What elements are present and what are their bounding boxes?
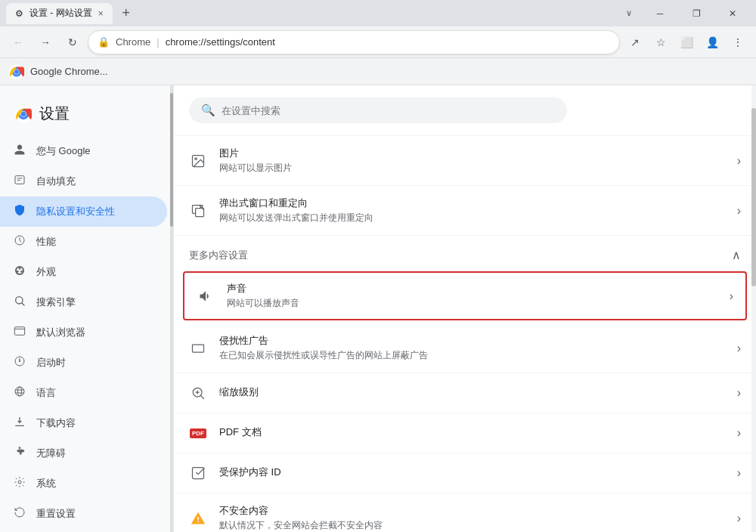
sidebar-item-reset[interactable]: 重置设置 [0, 499, 167, 529]
sound-icon [197, 287, 215, 305]
settings-heading-text: 设置 [39, 104, 70, 124]
svg-line-16 [22, 303, 24, 305]
sidebar-google-label: 您与 Google [36, 144, 91, 158]
sidebar-item-privacy[interactable]: 隐私设置和安全性 [0, 196, 167, 227]
sidebar-language-label: 语言 [36, 386, 56, 400]
sidebar-autofill-label: 自动填充 [36, 175, 76, 188]
sidebar-search-label: 搜索引擎 [36, 295, 76, 309]
content-body: 图片 网站可以显示图片 › 弹出式窗口和重定向 网站可以发送弹出式窗口并使用重定… [174, 136, 756, 532]
sidebar-startup-label: 启动时 [36, 356, 66, 370]
content-scrollbar-thumb [751, 108, 756, 286]
sidebar-performance-label: 性能 [36, 235, 56, 249]
sidebar-item-browser[interactable]: 默认浏览器 [0, 317, 167, 348]
tab-close-icon[interactable]: × [98, 8, 104, 19]
content-scrollbar[interactable] [751, 85, 756, 532]
tab-settings[interactable]: ⚙ 设置 - 网站设置 × [6, 3, 113, 24]
content-item-pdf[interactable]: PDF PDF 文档 › [174, 413, 756, 453]
section-collapse-toggle[interactable]: ∧ [732, 248, 741, 262]
main-container: 设置 您与 Google 自动填充 隐私设置和安全性 性能 外观 搜索引擎 默认… [0, 85, 756, 532]
more-content-items: 声音 网站可以播放声音 › 侵扰性广告 在已知会展示侵扰性或误导性广告的网站上屏… [174, 271, 756, 532]
content-item-sound[interactable]: 声音 网站可以播放声音 › [183, 271, 747, 320]
bookmark-button[interactable]: ☆ [649, 30, 673, 54]
search-box[interactable]: 🔍 [189, 97, 567, 123]
close-button[interactable]: ✕ [715, 0, 750, 26]
pdf-arrow: › [737, 426, 741, 440]
svg-rect-6 [15, 176, 24, 184]
profile-button[interactable]: 👤 [700, 30, 724, 54]
sidebar-reset-label: 重置设置 [36, 507, 76, 521]
sidebar-scrollbar[interactable] [170, 85, 173, 532]
sidebar-item-appearance[interactable]: 外观 [0, 257, 167, 287]
content-item-protected[interactable]: 受保护内容 ID › [174, 453, 756, 493]
images-desc: 网站可以显示图片 [219, 162, 725, 175]
sidebar-item-accessibility[interactable]: 无障碍 [0, 438, 167, 469]
unsafe-desc: 默认情况下，安全网站会拦截不安全内容 [219, 519, 725, 532]
appbar: Google Chrome... [0, 58, 756, 85]
zoom-icon [189, 384, 207, 402]
svg-rect-32 [196, 208, 204, 216]
window-controls-extra: ∨ [626, 8, 635, 18]
share-button[interactable]: ↗ [623, 30, 647, 54]
sidebar-item-search[interactable]: 搜索引擎 [0, 287, 167, 317]
content-area: 🔍 图片 网站可以显示图片 › 弹出式窗口和重定向 网站可以发送弹出式窗口并使用… [174, 85, 756, 532]
back-button[interactable]: ← [6, 30, 30, 54]
pdf-title: PDF 文档 [219, 425, 725, 439]
sidebar-item-performance[interactable]: 性能 [0, 227, 167, 257]
sidebar-item-google[interactable]: 您与 Google [0, 136, 167, 166]
split-view-button[interactable]: ⬜ [674, 30, 699, 54]
unsafe-icon [189, 509, 207, 527]
new-tab-button[interactable]: + [116, 3, 137, 24]
sidebar-accessibility-label: 无障碍 [36, 447, 66, 460]
address-bar[interactable]: 🔒 Chrome | chrome://settings/content [88, 30, 620, 54]
content-item-intrusive_ads[interactable]: 侵扰性广告 在已知会展示侵扰性或误导性广告的网站上屏蔽广告 › [174, 323, 756, 373]
address-text: chrome://settings/content [166, 36, 275, 48]
svg-point-28 [18, 481, 21, 484]
sidebar-item-download[interactable]: 下载内容 [0, 408, 167, 438]
intrusive_ads-arrow: › [737, 342, 741, 355]
navbar: ← → ↻ 🔒 Chrome | chrome://settings/conte… [0, 26, 756, 58]
address-separator: | [156, 36, 159, 48]
svg-rect-17 [14, 327, 24, 336]
intrusive_ads-title: 侵扰性广告 [219, 334, 725, 348]
site-info-icon: 🔒 [98, 36, 110, 48]
nav-actions: ↗ ☆ ⬜ 👤 ⋮ [623, 30, 750, 54]
sidebar-google-icon [12, 144, 27, 159]
sound-title: 声音 [227, 282, 717, 295]
refresh-button[interactable]: ↻ [60, 30, 85, 54]
search-input[interactable] [222, 105, 555, 116]
forward-button[interactable]: → [33, 30, 57, 54]
sidebar: 设置 您与 Google 自动填充 隐私设置和安全性 性能 外观 搜索引擎 默认… [0, 85, 174, 532]
restore-button[interactable]: ❐ [679, 0, 714, 26]
content-item-unsafe[interactable]: 不安全内容 默认情况下，安全网站会拦截不安全内容 › [174, 493, 756, 532]
sidebar-accessibility-icon [12, 446, 27, 461]
popups-icon [189, 202, 207, 220]
content-item-zoom[interactable]: 缩放级别 › [174, 373, 756, 413]
window-controls: ∨ ─ ❐ ✕ [626, 0, 750, 26]
svg-point-23 [17, 387, 21, 396]
menu-button[interactable]: ⋮ [726, 30, 750, 54]
sidebar-language-icon [12, 385, 27, 401]
titlebar: ⚙ 设置 - 网站设置 × + ∨ ─ ❐ ✕ [0, 0, 756, 26]
minimize-button[interactable]: ─ [643, 0, 677, 26]
sidebar-item-language[interactable]: 语言 [0, 378, 167, 408]
svg-point-27 [19, 447, 21, 449]
sidebar-item-system[interactable]: 系统 [0, 469, 167, 499]
zoom-arrow: › [737, 386, 741, 400]
sidebar-browser-label: 默认浏览器 [36, 326, 85, 339]
sidebar-privacy-icon [12, 204, 27, 219]
content-item-popups[interactable]: 弹出式窗口和重定向 网站可以发送弹出式窗口并使用重定向 › [174, 186, 756, 236]
svg-point-5 [21, 111, 26, 116]
images-icon [189, 152, 207, 170]
sidebar-item-startup[interactable]: 启动时 [0, 348, 167, 378]
sidebar-item-autofill[interactable]: 自动填充 [0, 166, 167, 196]
content-item-images[interactable]: 图片 网站可以显示图片 › [174, 136, 756, 186]
chrome-brand-label: Chrome [116, 36, 150, 48]
sidebar-scrollbar-thumb [170, 93, 173, 227]
svg-point-14 [17, 271, 19, 273]
svg-point-2 [14, 70, 19, 74]
sidebar-items-list: 您与 Google 自动填充 隐私设置和安全性 性能 外观 搜索引擎 默认浏览器… [0, 136, 173, 529]
svg-rect-38 [193, 468, 204, 479]
content-search-bar: 🔍 [174, 85, 756, 136]
top-content-items: 图片 网站可以显示图片 › 弹出式窗口和重定向 网站可以发送弹出式窗口并使用重定… [174, 136, 756, 236]
svg-point-22 [15, 387, 24, 396]
